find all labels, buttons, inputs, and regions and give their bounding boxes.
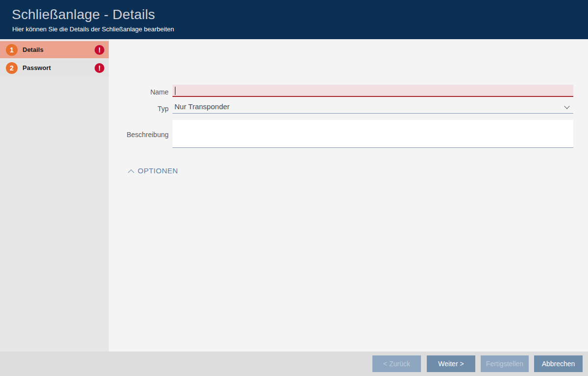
error-exclamation-icon: ! [95,45,104,55]
cancel-button[interactable]: Abbrechen [534,355,583,372]
step-item-passwort[interactable]: 2 Passwort ! [0,59,109,76]
page-title: Schließanlage - Details [12,7,155,23]
back-button[interactable]: < Zurück [372,355,421,372]
typ-dropdown[interactable]: Nur Transponder [172,100,573,114]
typ-label: Typ [110,105,169,113]
typ-selected-value: Nur Transponder [174,102,230,111]
beschreibung-label: Beschreibung [110,131,169,139]
wizard-footer: < Zurück Weiter > Fertigstellen Abbreche… [0,352,588,376]
chevron-down-icon [565,104,569,109]
step-label: Details [23,46,44,53]
details-form: Name Typ Nur Transponder Beschreibung OP… [109,39,588,352]
error-exclamation-icon: ! [95,63,104,73]
beschreibung-textarea[interactable] [172,120,573,148]
step-number-badge: 1 [6,44,18,56]
step-number-badge: 2 [6,62,18,74]
next-button[interactable]: Weiter > [427,355,475,372]
finish-button[interactable]: Fertigstellen [481,355,529,372]
name-input[interactable] [172,85,573,97]
step-label: Passwort [23,64,51,71]
optionen-toggle[interactable]: OPTIONEN [129,166,178,175]
optionen-label: OPTIONEN [138,166,178,175]
wizard-header: Schließanlage - Details Hier können Sie … [0,0,588,39]
text-caret [175,87,175,95]
wizard-steps-sidebar: 1 Details ! 2 Passwort ! [0,39,109,352]
page-subtitle: Hier können Sie die Details der Schließa… [12,25,174,33]
chevron-up-icon [129,170,134,173]
name-label: Name [110,88,169,96]
step-item-details[interactable]: 1 Details ! [0,41,109,58]
